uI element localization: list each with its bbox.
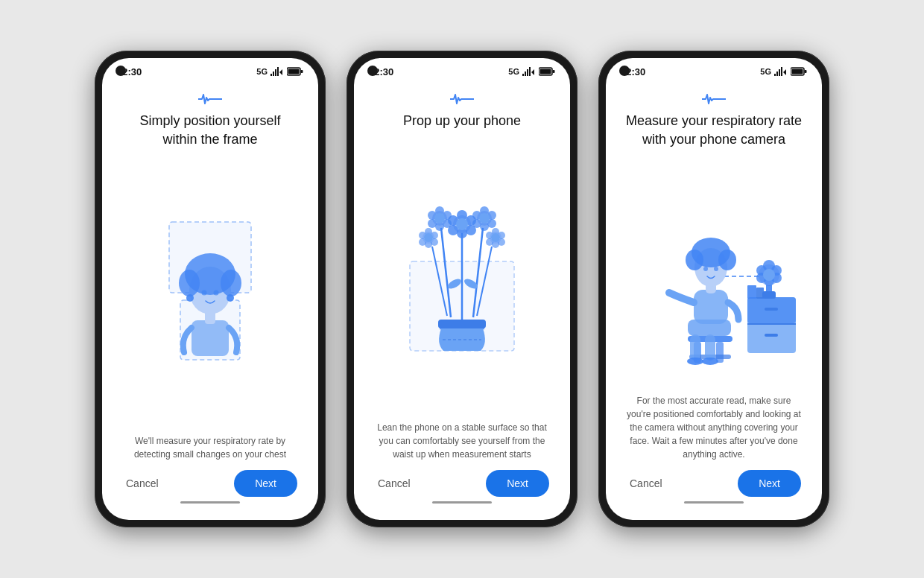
svg-point-60 <box>424 233 433 242</box>
svg-point-108 <box>714 267 718 271</box>
svg-rect-98 <box>705 334 715 361</box>
svg-rect-18 <box>540 69 551 74</box>
svg-rect-91 <box>756 288 764 299</box>
phone-2: 12:30 5G Prop up your phone <box>346 51 578 527</box>
camera-hole-2 <box>367 66 378 76</box>
signal-icon-1 <box>270 67 284 76</box>
svg-point-107 <box>703 267 708 271</box>
svg-point-36 <box>456 218 468 230</box>
home-indicator-2 <box>432 501 492 504</box>
next-button-3[interactable]: Next <box>738 470 801 497</box>
svg-rect-21 <box>438 320 486 328</box>
svg-marker-0 <box>279 69 282 75</box>
svg-point-13 <box>214 290 219 295</box>
svg-point-10 <box>179 270 200 296</box>
screen-content-1: Simply position yourself within the fram… <box>102 82 318 520</box>
illustration-3 <box>624 158 804 394</box>
svg-rect-19 <box>553 70 555 73</box>
screen-content-2: Prop up your phone <box>354 82 570 520</box>
home-indicator-3 <box>684 501 744 504</box>
battery-icon-3 <box>791 67 807 76</box>
svg-point-11 <box>221 270 241 296</box>
screen-content-3: Measure your respiratory rate with your … <box>606 82 822 520</box>
svg-marker-16 <box>531 69 534 75</box>
battery-icon-1 <box>287 67 303 76</box>
status-bar-2: 12:30 5G <box>354 58 570 82</box>
svg-rect-79 <box>765 334 778 337</box>
next-button-2[interactable]: Next <box>486 470 549 497</box>
status-icons-3: 5G <box>760 67 807 76</box>
status-bar-1: 12:30 5G <box>102 58 318 82</box>
heartrate-icon-1 <box>198 92 222 106</box>
svg-rect-81 <box>762 291 776 299</box>
svg-point-12 <box>202 290 207 295</box>
svg-rect-72 <box>792 69 803 74</box>
heartrate-icon-3 <box>702 92 726 106</box>
svg-rect-90 <box>747 285 756 299</box>
svg-rect-97 <box>690 334 700 361</box>
svg-point-14 <box>186 294 194 302</box>
cancel-button-2[interactable]: Cancel <box>375 471 414 495</box>
signal-icon-2 <box>522 67 536 76</box>
network-1: 5G <box>256 67 268 76</box>
camera-hole-1 <box>116 66 126 76</box>
svg-point-89 <box>763 269 775 281</box>
svg-rect-77 <box>747 323 796 325</box>
phone-1: 12:30 5G Simply position yo <box>95 51 326 527</box>
status-icons-2: 5G <box>508 67 555 76</box>
cancel-button-3[interactable]: Cancel <box>627 471 665 495</box>
title-3: Measure your respiratory rate with your … <box>626 112 802 149</box>
svg-rect-2 <box>288 69 300 74</box>
svg-rect-73 <box>805 70 807 73</box>
bottom-buttons-2: Cancel Next <box>372 470 552 497</box>
svg-point-105 <box>686 250 703 270</box>
svg-point-44 <box>434 213 445 223</box>
svg-point-68 <box>491 233 500 242</box>
svg-rect-101 <box>694 290 728 324</box>
svg-point-106 <box>718 250 736 270</box>
description-2: Lean the phone on a stable surface so th… <box>372 421 552 461</box>
network-2: 5G <box>508 67 519 76</box>
svg-point-15 <box>227 294 234 302</box>
illustration-1 <box>120 158 300 434</box>
svg-rect-78 <box>765 308 778 311</box>
cancel-button-1[interactable]: Cancel <box>123 471 162 495</box>
heartrate-icon-2 <box>450 92 474 106</box>
battery-icon-2 <box>539 67 555 76</box>
status-bar-3: 12:30 5G <box>606 58 822 82</box>
illustration-2 <box>372 139 552 421</box>
signal-icon-3 <box>774 67 788 76</box>
next-button-1[interactable]: Next <box>234 470 297 497</box>
status-icons-1: 5G <box>256 67 303 76</box>
bottom-buttons-1: Cancel Next <box>120 470 300 497</box>
description-1: We'll measure your respiratory rate by d… <box>120 434 300 461</box>
svg-point-100 <box>702 358 718 365</box>
svg-rect-6 <box>192 320 229 356</box>
camera-hole-3 <box>619 66 630 76</box>
title-2: Prop up your phone <box>403 112 521 130</box>
description-3: For the most accurate read, make sure yo… <box>624 394 804 461</box>
svg-point-99 <box>687 358 703 365</box>
phone-3: 12:30 5G Measure your respi <box>598 51 829 527</box>
bottom-buttons-3: Cancel Next <box>624 470 804 497</box>
home-indicator-1 <box>180 501 240 504</box>
svg-point-52 <box>479 213 490 223</box>
network-3: 5G <box>760 67 771 76</box>
svg-rect-3 <box>301 70 303 73</box>
phones-container: 12:30 5G Simply position yo <box>95 51 829 527</box>
svg-marker-70 <box>783 69 786 75</box>
title-1: Simply position yourself within the fram… <box>139 112 280 149</box>
